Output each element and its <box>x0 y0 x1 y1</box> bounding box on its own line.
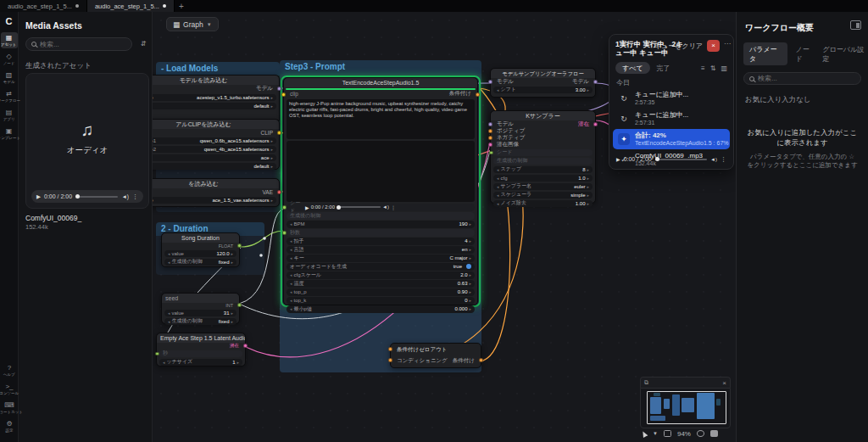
decrement-icon[interactable]: ◂ <box>290 281 292 286</box>
increment-icon[interactable]: ▸ <box>231 319 233 324</box>
node-song-duration[interactable]: Song Duration FLOAT ◂value120.0▸◂生成後の制御f… <box>161 232 240 267</box>
queue-panel[interactable]: 1実行中 実行中、2キュー中 キュー中 キューをクリア × ⋯ すべて 完了 ≡… <box>609 34 734 170</box>
increment-icon[interactable]: ▸ <box>469 289 471 294</box>
increment-icon[interactable]: ▸ <box>270 104 273 109</box>
minimap-header[interactable]: ⧉ × <box>640 377 731 388</box>
decrement-icon[interactable]: ◂ <box>168 251 170 256</box>
widget-row[interactable]: ◂生成後の制御fixed▸ <box>164 259 236 266</box>
increment-icon[interactable]: ▸ <box>469 272 471 277</box>
close-icon[interactable]: × <box>722 379 726 387</box>
sidebar-rail-templates[interactable]: ▣テンプレート <box>1 126 18 142</box>
cursor-tool-icon[interactable] <box>641 430 648 438</box>
asset-search-input[interactable]: 検索... <box>25 37 132 51</box>
clip-output-socket[interactable] <box>277 131 281 135</box>
input-socket[interactable] <box>282 205 287 210</box>
conditioning-input-socket[interactable] <box>388 358 392 362</box>
widget-row[interactable]: ◂サンプラー名euler▸ <box>493 183 593 191</box>
node-text-encode-ace-step[interactable]: TextEncodeAceStepAudio1.5 clip 条件付け high… <box>283 77 478 305</box>
widget-row[interactable]: ◂cfg1.0▸ <box>493 175 593 182</box>
play-icon[interactable]: ▶ <box>305 204 309 210</box>
tab-global-settings[interactable]: グローバル設定 <box>822 45 868 64</box>
increment-icon[interactable]: ▸ <box>270 138 273 143</box>
node-ksampler[interactable]: Kサンプラー モデル 潜在 ポジティブ ネガティブ 潜在画像 シード生成後の制御… <box>490 110 596 204</box>
decrement-icon[interactable]: ◂ <box>168 311 170 316</box>
increment-icon[interactable]: ▸ <box>236 360 239 365</box>
increment-icon[interactable]: ▸ <box>270 147 273 152</box>
increment-icon[interactable]: ▸ <box>231 260 233 265</box>
more-icon[interactable]: ⋮ <box>391 204 396 210</box>
decrement-icon[interactable]: ◂ <box>163 360 165 365</box>
widget-row[interactable]: ◂BPM190▸ <box>287 221 475 228</box>
sidebar-rail-help[interactable]: ?ヘルプ <box>1 362 18 378</box>
decrement-icon[interactable]: ◂ <box>497 87 499 92</box>
audio-player[interactable]: ▶ 0:00 / 2:00 ◄) ⋮ <box>31 190 143 203</box>
negative-input-socket[interactable] <box>488 136 492 140</box>
clear-queue-button[interactable]: キューをクリア <box>654 42 703 51</box>
widget-row[interactable]: ◂最小p値0.000▸ <box>287 305 475 313</box>
seek-bar[interactable] <box>337 206 381 208</box>
decrement-icon[interactable]: ◂ <box>290 221 292 227</box>
workflow-tab[interactable]: audio_ace_step_1_5... <box>0 0 87 12</box>
stop-queue-button[interactable]: × <box>707 40 720 52</box>
toggle-icon[interactable] <box>466 264 471 269</box>
sidebar-rail-nodes[interactable]: ◇ノード <box>1 51 18 67</box>
increment-icon[interactable]: ▸ <box>270 198 273 203</box>
latent-input-socket[interactable] <box>488 143 492 147</box>
sidebar-rail-shortcuts[interactable]: ⌨ショートカット <box>1 400 18 416</box>
new-tab-button[interactable]: + <box>175 0 188 12</box>
grid-view-icon[interactable]: ▥ <box>721 64 727 72</box>
widget-row[interactable]: ◂ノイズ除去1.00▸ <box>493 200 593 208</box>
increment-icon[interactable]: ▸ <box>587 201 589 206</box>
model-input-socket[interactable] <box>488 122 492 126</box>
seek-bar[interactable] <box>75 196 118 198</box>
workflow-tab-active[interactable]: audio_ace_step_1_5... <box>87 0 175 12</box>
decrement-icon[interactable]: ◂ <box>290 272 292 277</box>
input-socket[interactable] <box>155 352 159 356</box>
tags-textarea[interactable]: high-energy J-Pop anime background music… <box>287 99 475 139</box>
latent-output-socket[interactable] <box>593 122 598 126</box>
decrement-icon[interactable]: ◂ <box>290 298 292 303</box>
sidebar-rail-console[interactable]: >_コンソール <box>1 381 18 397</box>
collapse-panel-icon[interactable] <box>850 20 861 30</box>
widget-row[interactable]: ◂value120.0▸ <box>164 250 236 258</box>
increment-icon[interactable]: ▸ <box>231 311 233 316</box>
node-empty-ace-latent[interactable]: Empty Ace Step 1.5 Latent Audio 潜在 秒◂ッチサ… <box>156 333 246 366</box>
sidebar-rail-models[interactable]: ▧モデル <box>1 70 18 86</box>
play-icon[interactable]: ▶ <box>616 156 620 162</box>
widget-row[interactable]: ◂生成後の制御fixed▸ <box>164 318 236 326</box>
decrement-icon[interactable]: ◂ <box>290 306 292 311</box>
float-output-socket[interactable] <box>237 243 242 248</box>
model-input-socket[interactable] <box>488 80 492 84</box>
increment-icon[interactable]: ▸ <box>587 176 589 181</box>
toggle-row[interactable]: オーディオコードを生成true <box>287 263 475 271</box>
decrement-icon[interactable]: ◂ <box>497 201 499 206</box>
node-title[interactable]: Song Duration <box>162 233 239 243</box>
widget-row[interactable]: ◂ッチサイズ1▸ <box>159 359 242 366</box>
volume-icon[interactable]: ◄) <box>382 204 389 210</box>
widget-row[interactable]: ◂キーC major▸ <box>287 255 475 262</box>
connected-widget-row[interactable]: 秒 <box>159 350 242 358</box>
sidebar-rail-workflows[interactable]: ⇄ワークフロー <box>1 88 18 104</box>
filter-icon[interactable]: ≡ <box>701 64 705 72</box>
increment-icon[interactable]: ▸ <box>587 193 589 198</box>
lyrics-textarea[interactable] <box>287 141 475 202</box>
volume-icon[interactable]: ◄) <box>710 157 717 162</box>
more-icon[interactable]: ⋮ <box>721 156 726 163</box>
seek-bar[interactable] <box>655 159 707 160</box>
decrement-icon[interactable]: ◂ <box>168 260 170 265</box>
input-socket[interactable] <box>282 231 287 235</box>
sidebar-rail-apps[interactable]: ▤アプリ <box>1 107 18 123</box>
widget-row[interactable]: ◂言語en▸ <box>287 246 475 254</box>
queue-item-running[interactable]: ✦合計: 42%TextEncodeAceStepAudio1.5 : 67% <box>613 129 730 149</box>
audio-player-row[interactable]: シード▶0:00 / 2:00◄)⋮ <box>287 204 475 211</box>
pan-tool-icon[interactable] <box>664 430 671 437</box>
node-title[interactable]: seed <box>162 294 239 303</box>
widget-row[interactable]: ◂温度0.63▸ <box>287 280 475 288</box>
decrement-icon[interactable]: ◂ <box>497 193 499 198</box>
sidebar-rail-settings[interactable]: ⚙設定 <box>1 418 18 434</box>
sort-icon[interactable]: ⇅ <box>710 64 716 72</box>
widget-row[interactable]: ◂スケジューラsimple▸ <box>493 192 593 199</box>
sidebar-rail-assets[interactable]: ▦アセット <box>1 32 18 48</box>
decrement-icon[interactable]: ◂ <box>290 247 292 252</box>
widget-row[interactable]: ◂ステップ8▸ <box>493 166 593 174</box>
